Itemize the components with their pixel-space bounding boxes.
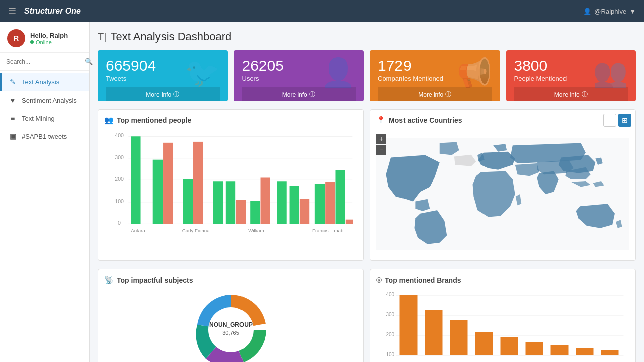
main-content: T| Text Analysis Dashboard 🐦 665904 Twee…: [90, 22, 644, 362]
profile-status: Online: [30, 39, 68, 45]
map-title-text: Most active Countries: [389, 116, 462, 124]
companies-more-info-text: More info: [418, 91, 443, 98]
people-more-info-icon: ⓘ: [582, 90, 588, 99]
svg-rect-23: [315, 184, 325, 224]
svg-rect-24: [325, 182, 335, 224]
svg-rect-14: [193, 142, 203, 224]
top-people-title: 👥 Top mentioned people: [104, 116, 357, 125]
more-info-icon: ⓘ: [173, 90, 179, 99]
users-label: Users: [242, 75, 356, 82]
subjects-panel-icon: 📡: [104, 276, 114, 285]
donut-chart-area: NOUN_GROUP 30,765: [104, 290, 357, 362]
stat-card-users: 👤 26205 Users More info ⓘ: [234, 50, 364, 101]
users-bg-icon: 👤: [320, 56, 356, 89]
map-zoom-in-button[interactable]: +: [376, 134, 386, 144]
top-brands-title-text: Top mentioned Brands: [385, 276, 461, 284]
sentiment-icon: ♥: [9, 96, 17, 104]
people-more-info-text: More info: [554, 91, 580, 98]
companies-more-info[interactable]: More info ⓘ: [378, 87, 492, 101]
svg-text:0: 0: [118, 220, 121, 226]
text-mining-icon: ≡: [9, 114, 17, 122]
top-subjects-title-text: Top impactful subjects: [117, 276, 193, 284]
top-brands-title: ® Top mentioned Brands: [376, 276, 629, 284]
map-grid-view-button[interactable]: ⊞: [618, 114, 631, 127]
svg-text:300: 300: [386, 312, 395, 317]
map-zoom-out-button[interactable]: −: [376, 145, 386, 155]
bottom-row: 📡 Top impactful subjects: [98, 269, 636, 362]
brands-chart-svg: 400 300 200 100: [376, 289, 629, 362]
sidebar: R Hello, Ralph Online 🔍 ✎ Text Analysis …: [0, 22, 90, 362]
page-title-text: Text Analysis Dashboard: [110, 30, 231, 43]
svg-rect-18: [250, 201, 260, 224]
top-people-chart: 400 300 200 100 0: [104, 130, 357, 240]
donut-chart-svg: NOUN_GROUP 30,765: [181, 285, 281, 362]
svg-text:100: 100: [386, 352, 395, 357]
top-people-panel: 👥 Top mentioned people 400 300 200 100 0: [98, 109, 364, 261]
sidebar-item-text-mining[interactable]: ≡ Text Mining: [0, 109, 89, 127]
svg-rect-53: [601, 350, 619, 355]
sidebar-profile: R Hello, Ralph Online: [0, 22, 89, 53]
sidebar-label-sentiment-analysis: Sentiment Analysis: [22, 97, 77, 104]
svg-rect-21: [290, 186, 299, 224]
text-analysis-icon: ✎: [9, 78, 17, 86]
main-layout: R Hello, Ralph Online 🔍 ✎ Text Analysis …: [0, 22, 644, 362]
top-brands-panel: ® Top mentioned Brands 400 300 200 100: [370, 269, 636, 362]
svg-rect-49: [501, 337, 518, 355]
svg-rect-47: [450, 320, 468, 355]
svg-rect-13: [183, 179, 193, 224]
top-nav: ☰ Structurer One 👤 @Ralphive ▼: [0, 0, 644, 22]
brands-chart-area: 400 300 200 100: [376, 289, 629, 362]
stat-card-people: 👥 3800 People Mentioned More info ⓘ: [506, 50, 636, 101]
svg-rect-15: [213, 181, 223, 224]
svg-text:30,765: 30,765: [222, 330, 239, 336]
people-panel-icon: 👥: [104, 116, 114, 125]
status-dot-icon: [30, 40, 34, 44]
people-label: People Mentioned: [514, 75, 628, 82]
svg-text:William: William: [248, 228, 264, 233]
profile-name: Hello, Ralph: [30, 32, 68, 39]
map-panel-header: 📍 Most active Countries — ⊞: [376, 116, 629, 130]
companies-bg-icon: 📢: [457, 56, 492, 89]
svg-rect-19: [261, 177, 270, 224]
svg-text:400: 400: [386, 292, 395, 297]
svg-rect-26: [335, 170, 345, 224]
map-panel-icon: 📍: [376, 116, 386, 125]
map-list-view-button[interactable]: —: [603, 114, 616, 127]
search-input[interactable]: [6, 58, 82, 65]
tweets-more-info[interactable]: More info ⓘ: [106, 87, 220, 101]
svg-rect-16: [226, 181, 235, 224]
svg-rect-45: [400, 295, 418, 355]
map-area: + −: [376, 134, 629, 254]
svg-rect-10: [131, 136, 140, 224]
tweets-icon: ▣: [9, 132, 17, 140]
users-more-info[interactable]: More info ⓘ: [242, 87, 356, 101]
svg-text:Antara: Antara: [131, 228, 145, 233]
svg-rect-27: [346, 220, 353, 224]
sidebar-item-text-analysis[interactable]: ✎ Text Analysis: [0, 73, 89, 91]
svg-rect-50: [526, 342, 543, 355]
sidebar-item-sentiment-analysis[interactable]: ♥ Sentiment Analysis: [0, 91, 89, 109]
svg-rect-17: [236, 200, 246, 224]
sidebar-search-bar[interactable]: 🔍: [0, 53, 89, 71]
companies-label: Companies Mentioned: [378, 75, 492, 82]
tweets-bg-icon: 🐦: [185, 56, 220, 89]
sidebar-item-sapb1-tweets[interactable]: ▣ #SAPB1 tweets: [0, 127, 89, 145]
hamburger-icon[interactable]: ☰: [8, 6, 16, 17]
companies-more-info-icon: ⓘ: [445, 90, 451, 99]
app-logo: Structurer One: [24, 7, 81, 16]
top-subjects-title: 📡 Top impactful subjects: [104, 276, 357, 285]
top-subjects-panel: 📡 Top impactful subjects: [98, 269, 364, 362]
people-more-info[interactable]: More info ⓘ: [514, 87, 628, 101]
svg-rect-12: [163, 143, 173, 224]
map-zoom-controls: + −: [376, 134, 386, 155]
title-icon: T|: [98, 31, 106, 43]
users-more-info-icon: ⓘ: [309, 90, 315, 99]
sidebar-label-text-analysis: Text Analysis: [22, 78, 59, 86]
sidebar-nav: ✎ Text Analysis ♥ Sentiment Analysis ≡ T…: [0, 71, 89, 362]
svg-text:Carly Fiorina: Carly Fiorina: [182, 228, 210, 233]
user-menu[interactable]: 👤 @Ralphive ▼: [583, 8, 636, 15]
svg-rect-11: [153, 160, 163, 224]
user-icon: 👤: [583, 8, 591, 15]
svg-rect-22: [300, 199, 309, 224]
svg-text:Francis: Francis: [312, 228, 329, 233]
